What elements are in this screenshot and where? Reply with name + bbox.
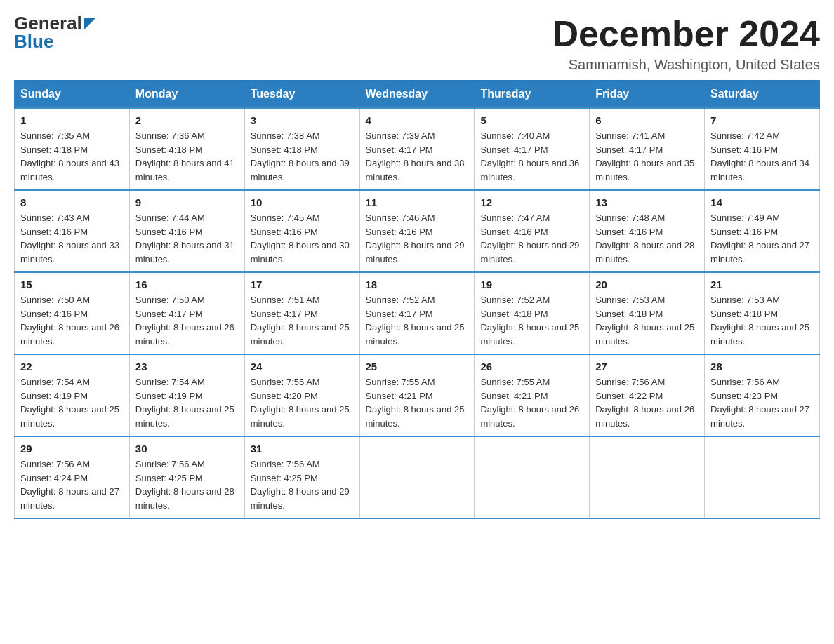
day-info: Sunrise: 7:41 AMSunset: 4:17 PMDaylight:… bbox=[595, 130, 694, 182]
calendar-cell bbox=[475, 436, 590, 518]
calendar-cell: 18 Sunrise: 7:52 AMSunset: 4:17 PMDaylig… bbox=[359, 272, 475, 354]
day-info: Sunrise: 7:47 AMSunset: 4:16 PMDaylight:… bbox=[480, 213, 579, 264]
day-number: 17 bbox=[251, 279, 354, 290]
calendar-cell: 14 Sunrise: 7:49 AMSunset: 4:16 PMDaylig… bbox=[705, 190, 820, 272]
day-number: 25 bbox=[366, 361, 469, 373]
page-header: General Blue December 2024 Sammamish, Wa… bbox=[14, 14, 820, 73]
header-thursday: Thursday bbox=[475, 81, 590, 109]
day-info: Sunrise: 7:56 AMSunset: 4:23 PMDaylight:… bbox=[710, 377, 809, 429]
calendar-week-row: 29 Sunrise: 7:56 AMSunset: 4:24 PMDaylig… bbox=[15, 436, 820, 518]
logo-arrow-icon bbox=[84, 18, 96, 30]
day-number: 9 bbox=[135, 196, 239, 208]
day-number: 14 bbox=[710, 196, 814, 208]
day-info: Sunrise: 7:56 AMSunset: 4:25 PMDaylight:… bbox=[251, 459, 350, 511]
header-tuesday: Tuesday bbox=[244, 81, 359, 109]
day-number: 27 bbox=[595, 361, 699, 373]
calendar-week-row: 22 Sunrise: 7:54 AMSunset: 4:19 PMDaylig… bbox=[15, 354, 820, 436]
day-number: 5 bbox=[480, 114, 583, 126]
day-number: 6 bbox=[595, 114, 699, 126]
day-number: 19 bbox=[480, 279, 583, 290]
calendar-cell: 6 Sunrise: 7:41 AMSunset: 4:17 PMDayligh… bbox=[590, 108, 705, 190]
calendar-cell: 21 Sunrise: 7:53 AMSunset: 4:18 PMDaylig… bbox=[705, 272, 820, 354]
calendar-cell: 31 Sunrise: 7:56 AMSunset: 4:25 PMDaylig… bbox=[244, 436, 359, 518]
logo-blue-text: Blue bbox=[14, 32, 53, 51]
day-info: Sunrise: 7:44 AMSunset: 4:16 PMDaylight:… bbox=[135, 213, 234, 264]
calendar-cell: 24 Sunrise: 7:55 AMSunset: 4:20 PMDaylig… bbox=[244, 354, 359, 436]
day-number: 10 bbox=[251, 196, 354, 208]
day-number: 20 bbox=[595, 279, 699, 290]
day-info: Sunrise: 7:35 AMSunset: 4:18 PMDaylight:… bbox=[20, 130, 119, 182]
day-number: 8 bbox=[20, 196, 124, 208]
calendar-cell: 23 Sunrise: 7:54 AMSunset: 4:19 PMDaylig… bbox=[129, 354, 244, 436]
calendar-week-row: 1 Sunrise: 7:35 AMSunset: 4:18 PMDayligh… bbox=[15, 108, 820, 190]
day-number: 21 bbox=[710, 279, 814, 290]
day-number: 11 bbox=[366, 196, 469, 208]
day-number: 2 bbox=[135, 114, 239, 126]
day-number: 31 bbox=[251, 443, 354, 455]
day-info: Sunrise: 7:49 AMSunset: 4:16 PMDaylight:… bbox=[710, 213, 809, 264]
day-info: Sunrise: 7:43 AMSunset: 4:16 PMDaylight:… bbox=[20, 213, 119, 264]
calendar-cell: 17 Sunrise: 7:51 AMSunset: 4:17 PMDaylig… bbox=[244, 272, 359, 354]
day-info: Sunrise: 7:56 AMSunset: 4:24 PMDaylight:… bbox=[20, 459, 119, 511]
calendar-cell: 20 Sunrise: 7:53 AMSunset: 4:18 PMDaylig… bbox=[590, 272, 705, 354]
day-number: 12 bbox=[480, 196, 583, 208]
day-info: Sunrise: 7:40 AMSunset: 4:17 PMDaylight:… bbox=[480, 130, 579, 182]
calendar-cell: 4 Sunrise: 7:39 AMSunset: 4:17 PMDayligh… bbox=[359, 108, 475, 190]
calendar-cell: 26 Sunrise: 7:55 AMSunset: 4:21 PMDaylig… bbox=[475, 354, 590, 436]
day-info: Sunrise: 7:52 AMSunset: 4:18 PMDaylight:… bbox=[480, 295, 579, 347]
month-title: December 2024 bbox=[552, 14, 820, 54]
day-info: Sunrise: 7:55 AMSunset: 4:20 PMDaylight:… bbox=[251, 377, 350, 429]
calendar-cell: 9 Sunrise: 7:44 AMSunset: 4:16 PMDayligh… bbox=[129, 190, 244, 272]
header-wednesday: Wednesday bbox=[359, 81, 475, 109]
header-saturday: Saturday bbox=[705, 81, 820, 109]
calendar-cell: 5 Sunrise: 7:40 AMSunset: 4:17 PMDayligh… bbox=[475, 108, 590, 190]
svg-marker-0 bbox=[84, 18, 96, 30]
day-info: Sunrise: 7:54 AMSunset: 4:19 PMDaylight:… bbox=[20, 377, 119, 429]
day-info: Sunrise: 7:52 AMSunset: 4:17 PMDaylight:… bbox=[366, 295, 465, 347]
calendar-cell bbox=[590, 436, 705, 518]
calendar-cell: 3 Sunrise: 7:38 AMSunset: 4:18 PMDayligh… bbox=[244, 108, 359, 190]
day-number: 18 bbox=[366, 279, 469, 290]
day-info: Sunrise: 7:50 AMSunset: 4:16 PMDaylight:… bbox=[20, 295, 119, 347]
calendar-cell: 22 Sunrise: 7:54 AMSunset: 4:19 PMDaylig… bbox=[15, 354, 130, 436]
day-number: 16 bbox=[135, 279, 239, 290]
day-number: 28 bbox=[710, 361, 814, 373]
day-number: 13 bbox=[595, 196, 699, 208]
day-info: Sunrise: 7:45 AMSunset: 4:16 PMDaylight:… bbox=[251, 213, 350, 264]
day-number: 24 bbox=[251, 361, 354, 373]
header-friday: Friday bbox=[590, 81, 705, 109]
day-info: Sunrise: 7:56 AMSunset: 4:25 PMDaylight:… bbox=[135, 459, 234, 511]
day-number: 1 bbox=[20, 114, 124, 126]
day-number: 26 bbox=[480, 361, 583, 373]
day-info: Sunrise: 7:46 AMSunset: 4:16 PMDaylight:… bbox=[366, 213, 465, 264]
calendar-cell: 16 Sunrise: 7:50 AMSunset: 4:17 PMDaylig… bbox=[129, 272, 244, 354]
day-info: Sunrise: 7:48 AMSunset: 4:16 PMDaylight:… bbox=[595, 213, 694, 264]
day-number: 7 bbox=[710, 114, 814, 126]
calendar-table: SundayMondayTuesdayWednesdayThursdayFrid… bbox=[14, 80, 820, 519]
calendar-cell: 19 Sunrise: 7:52 AMSunset: 4:18 PMDaylig… bbox=[475, 272, 590, 354]
calendar-cell: 8 Sunrise: 7:43 AMSunset: 4:16 PMDayligh… bbox=[15, 190, 130, 272]
calendar-cell: 30 Sunrise: 7:56 AMSunset: 4:25 PMDaylig… bbox=[129, 436, 244, 518]
day-number: 23 bbox=[135, 361, 239, 373]
day-info: Sunrise: 7:42 AMSunset: 4:16 PMDaylight:… bbox=[710, 130, 809, 182]
day-number: 29 bbox=[20, 443, 124, 455]
calendar-cell: 15 Sunrise: 7:50 AMSunset: 4:16 PMDaylig… bbox=[15, 272, 130, 354]
day-info: Sunrise: 7:53 AMSunset: 4:18 PMDaylight:… bbox=[595, 295, 694, 347]
calendar-cell: 10 Sunrise: 7:45 AMSunset: 4:16 PMDaylig… bbox=[244, 190, 359, 272]
calendar-header-row: SundayMondayTuesdayWednesdayThursdayFrid… bbox=[15, 81, 820, 109]
day-info: Sunrise: 7:36 AMSunset: 4:18 PMDaylight:… bbox=[135, 130, 234, 182]
day-info: Sunrise: 7:38 AMSunset: 4:18 PMDaylight:… bbox=[251, 130, 350, 182]
calendar-week-row: 15 Sunrise: 7:50 AMSunset: 4:16 PMDaylig… bbox=[15, 272, 820, 354]
day-info: Sunrise: 7:56 AMSunset: 4:22 PMDaylight:… bbox=[595, 377, 694, 429]
location-title: Sammamish, Washington, United States bbox=[552, 57, 820, 73]
day-info: Sunrise: 7:39 AMSunset: 4:17 PMDaylight:… bbox=[366, 130, 465, 182]
day-number: 4 bbox=[366, 114, 469, 126]
day-info: Sunrise: 7:55 AMSunset: 4:21 PMDaylight:… bbox=[480, 377, 579, 429]
day-number: 3 bbox=[251, 114, 354, 126]
day-info: Sunrise: 7:55 AMSunset: 4:21 PMDaylight:… bbox=[366, 377, 465, 429]
calendar-cell: 13 Sunrise: 7:48 AMSunset: 4:16 PMDaylig… bbox=[590, 190, 705, 272]
logo: General Blue bbox=[14, 14, 96, 51]
calendar-cell: 28 Sunrise: 7:56 AMSunset: 4:23 PMDaylig… bbox=[705, 354, 820, 436]
calendar-cell: 11 Sunrise: 7:46 AMSunset: 4:16 PMDaylig… bbox=[359, 190, 475, 272]
calendar-cell: 25 Sunrise: 7:55 AMSunset: 4:21 PMDaylig… bbox=[359, 354, 475, 436]
